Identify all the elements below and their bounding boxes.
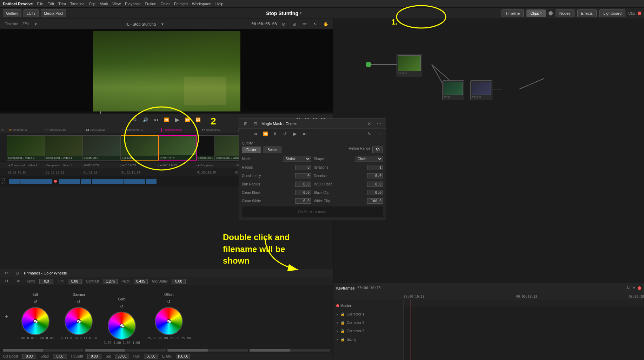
gamma-control-dot[interactable] <box>78 320 81 323</box>
menu-mark[interactable]: Mark <box>100 2 108 6</box>
pivot-input[interactable] <box>134 279 148 284</box>
lmix-input[interactable] <box>176 354 190 359</box>
media-pool-button[interactable]: Media Pool <box>41 9 66 17</box>
hilight-input[interactable] <box>87 354 101 359</box>
mask-ctrl3[interactable]: ⏪ <box>261 130 269 138</box>
mask-ctrl8[interactable]: → <box>311 130 318 138</box>
luts-button[interactable]: LUTs <box>24 9 39 17</box>
rewind-start-icon[interactable]: ⏮ <box>152 116 160 124</box>
radius-input[interactable] <box>295 165 311 170</box>
zoom-dropdown[interactable]: ▾ <box>32 20 40 28</box>
mode-select[interactable]: Shrink <box>283 156 311 162</box>
fullscreen-icon[interactable]: ⊞ <box>290 20 298 28</box>
clip-thumbnail-13[interactable]: Compound... Video 1 <box>45 135 83 161</box>
mask-select-icon[interactable]: ⊹ <box>375 130 383 138</box>
kf-corrector3-item[interactable]: ● 🔒 Corrector 3 <box>333 327 403 335</box>
lift-control-dot[interactable] <box>35 320 38 323</box>
menu-trim[interactable]: Trim <box>58 2 66 6</box>
faster-button[interactable]: Faster <box>242 147 261 153</box>
play-icon[interactable]: ▶ <box>173 116 181 124</box>
project-dropdown-icon[interactable]: ▾ <box>300 11 302 15</box>
mask-settings-icon[interactable]: ⊡ <box>252 120 259 128</box>
clip-thumbnail-14[interactable]: 00015.MTS <box>83 135 121 161</box>
mask-ctrl4[interactable]: ⏸ <box>271 130 279 138</box>
contrast-input[interactable] <box>104 279 118 284</box>
gain-slider[interactable] <box>167 349 248 352</box>
offset-wheel[interactable] <box>155 307 183 335</box>
menu-fairlight[interactable]: Fairlight <box>174 2 188 6</box>
gamma-wheel[interactable] <box>65 307 93 335</box>
denoise-input[interactable] <box>367 173 383 178</box>
menu-file[interactable]: File <box>37 2 43 6</box>
tint-input[interactable] <box>68 279 82 284</box>
hand-icon[interactable]: ✋ <box>322 20 330 28</box>
reset-icon[interactable]: ↺ <box>3 277 11 285</box>
menu-fusion[interactable]: Fusion <box>145 2 157 6</box>
loop-icon[interactable]: 🔁 <box>194 116 202 124</box>
menu-color[interactable]: Color <box>161 2 170 6</box>
kf-master-item[interactable]: Master <box>333 301 403 310</box>
kf-timeline-area[interactable] <box>404 300 644 360</box>
nodes-tab[interactable]: Nodes <box>556 9 575 17</box>
mask-tool-icon[interactable]: ✎ <box>365 130 373 138</box>
gain-wheel[interactable] <box>108 312 136 340</box>
menu-help[interactable]: Help <box>215 2 224 6</box>
gain-reset-icon[interactable]: ↺ <box>118 303 126 310</box>
effects-tab[interactable]: Effects <box>577 9 597 17</box>
menu-clip[interactable]: Clip <box>89 2 95 6</box>
gain-control-dot[interactable] <box>121 325 124 328</box>
color-auto-icon[interactable]: ⟳ <box>3 269 11 277</box>
node-01[interactable]: 01 ⊞ ⊡ <box>397 54 422 76</box>
offset-reset-icon[interactable]: ↺ <box>165 298 173 306</box>
mask-ctrl2[interactable]: ⏮ <box>252 130 259 138</box>
white-clip-input[interactable] <box>367 198 383 204</box>
timeline-dropdown-icon[interactable]: ▾ <box>159 20 166 28</box>
col-boost-input[interactable] <box>22 354 36 359</box>
mask-close-icon[interactable]: ✕ <box>365 120 373 128</box>
clean-white-input[interactable] <box>295 198 311 204</box>
menu-playback[interactable]: Playback <box>125 2 141 6</box>
more-icon[interactable]: ••• <box>301 20 308 28</box>
timeline-tab[interactable]: Timeline <box>502 9 524 17</box>
clip-thumbnail-16[interactable]: 00017.MTS <box>159 135 197 161</box>
clip-thumbnail-12[interactable]: Compound... Video 2 <box>7 135 45 161</box>
kf-dropdown-icon[interactable]: ▾ <box>633 286 635 290</box>
mask-ctrl7[interactable]: ⏭ <box>301 130 308 138</box>
clean-black-input[interactable] <box>295 190 311 195</box>
menu-workspace[interactable]: Workspace <box>192 2 211 6</box>
gamma-reset-icon[interactable]: ↺ <box>75 298 82 306</box>
shad-input[interactable] <box>53 354 67 359</box>
mask-ctrl1[interactable]: ↓ <box>242 130 250 138</box>
lift-slider[interactable] <box>3 349 84 352</box>
mask-ctrl5[interactable]: ↺ <box>281 130 289 138</box>
color-input-icon[interactable]: ⊙ <box>13 269 21 277</box>
app-name[interactable]: DaVinci Resolve <box>3 2 33 6</box>
menu-view[interactable]: View <box>112 2 121 6</box>
cursor-icon[interactable]: ↖ <box>311 20 319 28</box>
gallery-button[interactable]: Gallery <box>3 9 21 17</box>
plus-icon[interactable]: + <box>3 313 11 320</box>
clip-thumbnail-17[interactable]: Compound... <box>197 135 215 161</box>
clips-tab[interactable]: Clips ▾ <box>526 9 545 17</box>
zoom-pct[interactable]: Timeline <box>4 20 19 28</box>
fast-forward-icon[interactable]: ⏩ <box>184 116 192 124</box>
iterations-input[interactable] <box>367 165 383 170</box>
clip-thumbnail-15[interactable]: 016.MTS <box>121 135 159 161</box>
in-out-ratio-input[interactable] <box>367 182 383 187</box>
mask-more-icon[interactable]: ⋯ <box>375 120 383 128</box>
better-button[interactable]: Better <box>263 147 281 153</box>
mask-expand-icon[interactable]: ⊞ <box>242 120 250 128</box>
offset-slider[interactable] <box>250 349 330 352</box>
rewind-icon[interactable]: ⏪ <box>163 116 171 124</box>
menu-edit[interactable]: Edit <box>47 2 54 6</box>
kf-sizing-item[interactable]: ● 🔒 Sizing <box>333 335 403 344</box>
mid-detail-input[interactable] <box>172 279 186 284</box>
lightbox-tab[interactable]: Lightboard <box>599 9 625 17</box>
settings-icon[interactable]: ⚙ <box>131 116 139 124</box>
node-03[interactable]: 03 ⊡ ⊞ <box>470 80 492 100</box>
menu-timeline[interactable]: Timeline <box>70 2 85 6</box>
consistency-input[interactable] <box>295 173 311 178</box>
mask-ctrl6[interactable]: ▶ <box>291 130 299 138</box>
lift-wheel[interactable] <box>21 307 49 335</box>
shape-select[interactable]: Circle <box>355 156 383 162</box>
